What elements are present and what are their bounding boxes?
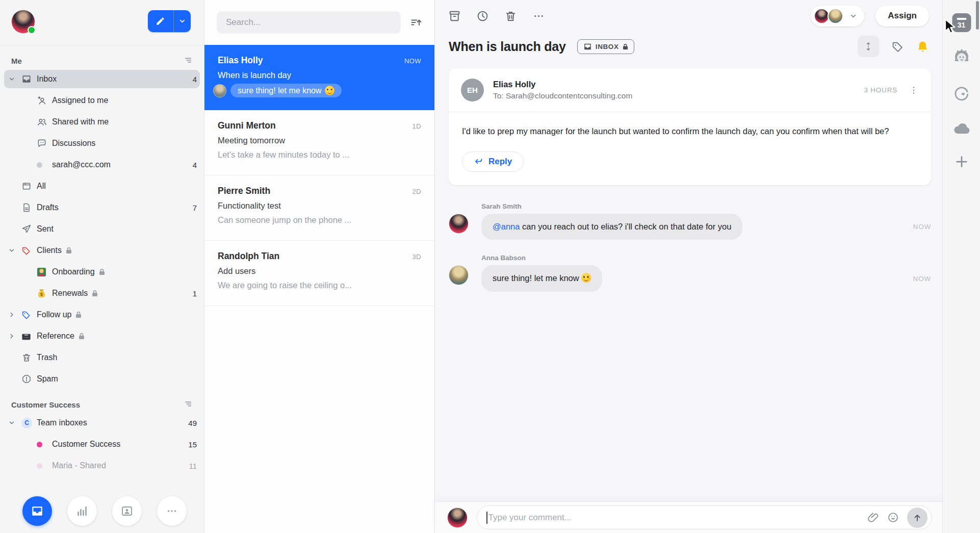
nav-contacts-button[interactable] — [112, 496, 142, 526]
integration-loop-icon[interactable] — [952, 84, 971, 102]
sidebar-item-label: Onboarding — [52, 267, 95, 276]
sidebar-item-team-inboxes[interactable]: C Team inboxes 49 — [0, 412, 204, 434]
filter-icon[interactable] — [184, 399, 193, 410]
reply-button[interactable]: Reply — [462, 151, 524, 172]
trash-icon[interactable] — [504, 10, 517, 22]
comment-avatar — [449, 214, 469, 234]
more-options-icon[interactable] — [532, 10, 545, 22]
scrollbar-thumb[interactable] — [976, 1, 979, 30]
sidebar-item-inbox[interactable]: Inbox 4 — [0, 68, 204, 90]
sidebar-item-sarah-channel[interactable]: sarah@ccc.com 4 — [0, 154, 204, 175]
nav-more-button[interactable] — [157, 496, 187, 526]
sidebar-item-renewals[interactable]: $ Renewals 1 — [0, 283, 204, 304]
conversation-time: 1D — [412, 122, 421, 130]
sidebar-item-spam[interactable]: Spam — [0, 368, 204, 390]
message-header: EH Elias Holly To: Sarah@cloudcontentcon… — [449, 68, 931, 112]
lock-icon — [623, 43, 628, 50]
sidebar-item-label: Shared with me — [52, 117, 109, 126]
nav-inbox-button[interactable] — [22, 496, 52, 526]
channel-dot-icon — [37, 463, 52, 469]
unread-count: 49 — [184, 419, 197, 427]
sidebar-item-all[interactable]: All — [0, 175, 204, 197]
user-avatar[interactable] — [11, 10, 35, 34]
chevron-right-icon[interactable] — [8, 311, 21, 318]
paper-plane-icon — [21, 224, 37, 234]
persona-avatar-icon[interactable] — [950, 46, 973, 68]
sidebar-item-maria-shared[interactable]: Maria - Shared 11 — [0, 455, 204, 476]
sidebar-item-label: Sent — [37, 224, 54, 234]
attachment-paperclip-icon[interactable] — [867, 512, 879, 523]
sidebar-item-label: Inbox — [37, 74, 57, 84]
sidebar-item-clients[interactable]: Clients — [0, 240, 204, 261]
conversation-snippet: We are going to raise the ceiling o... — [218, 281, 421, 290]
conversation-list-item[interactable]: Gunni Merton 1D Meeting tomorrow Let's t… — [204, 110, 434, 175]
assign-button[interactable]: Assign — [875, 6, 929, 27]
mention-link[interactable]: @anna — [493, 222, 520, 231]
sidebar-item-label: Customer Success — [52, 440, 120, 449]
chevron-down-icon[interactable] — [8, 247, 21, 254]
conversation-list-item[interactable]: Elias Holly NOW When is launch day sure … — [204, 45, 434, 110]
compose-dropdown-chevron-icon[interactable] — [173, 10, 191, 32]
comment-time: NOW — [907, 223, 931, 231]
filter-icon[interactable] — [184, 56, 193, 66]
chevron-right-icon[interactable] — [8, 333, 21, 340]
comment-input[interactable] — [488, 506, 868, 529]
section-header-customer-success: Customer Success — [0, 397, 204, 412]
chevron-down-icon[interactable] — [8, 75, 21, 83]
sidebar-item-assigned-to-me[interactable]: Assigned to me — [0, 90, 204, 111]
sort-icon[interactable] — [410, 16, 422, 29]
unread-count: 7 — [189, 204, 197, 212]
comment-author: Anna Babson — [481, 254, 931, 262]
message-body: I'd like to prep my manager for the laun… — [462, 124, 911, 138]
snooze-clock-icon[interactable] — [476, 10, 489, 22]
channel-dot-icon — [37, 442, 52, 447]
comment-text: can you reach out to elias? i'll check o… — [520, 222, 731, 231]
inbox-badge[interactable]: INBOX — [577, 39, 634, 54]
archive-icon[interactable] — [448, 10, 461, 22]
sidebar-item-onboarding[interactable]: Onboarding — [0, 261, 204, 283]
calendar-icon[interactable]: 31 — [952, 13, 971, 32]
assignee-selector[interactable] — [811, 6, 864, 27]
nav-analytics-button[interactable] — [67, 496, 97, 526]
compose-button[interactable] — [148, 10, 191, 32]
message-kebab-menu-icon[interactable] — [909, 85, 919, 95]
sidebar-item-trash[interactable]: Trash — [0, 347, 204, 368]
sidebar-item-follow-up[interactable]: Follow up — [0, 304, 204, 325]
cloud-icon[interactable] — [951, 118, 972, 139]
pencil-icon[interactable] — [148, 10, 173, 32]
sidebar-item-discussions[interactable]: Discussions — [0, 133, 204, 154]
chevron-down-icon[interactable] — [8, 419, 21, 426]
conversation-list-item[interactable]: Pierre Smith 2D Functionality test Can s… — [204, 175, 434, 241]
lock-icon — [66, 247, 72, 254]
sidebar-item-sent[interactable]: Sent — [0, 218, 204, 240]
comment-author: Sarah Smith — [481, 202, 931, 210]
reply-label: Reply — [488, 157, 512, 167]
comment-time: NOW — [907, 275, 931, 283]
arrow-up-icon — [912, 513, 922, 523]
tag-icon[interactable] — [891, 40, 904, 53]
sidebar-item-label: Team inboxes — [37, 418, 87, 427]
sidebar-item-label: Clients — [37, 246, 62, 255]
add-plugin-plus-icon[interactable] — [954, 154, 969, 169]
smiley-emoji — [325, 86, 334, 95]
notification-bell-icon[interactable] — [916, 40, 929, 53]
sidebar-item-shared-with-me[interactable]: Shared with me — [0, 111, 204, 133]
sidebar-item-reference[interactable]: Reference — [0, 325, 204, 347]
comment-composer — [435, 501, 942, 533]
sidebar-item-customer-success-inbox[interactable]: Customer Success 15 — [0, 434, 204, 455]
sidebar-item-label: Trash — [37, 353, 57, 362]
comment-field[interactable] — [477, 505, 932, 529]
send-comment-button[interactable] — [907, 507, 927, 528]
conversation-list-item[interactable]: Randolph Tian 3D Add users We are going … — [204, 241, 434, 306]
search-input[interactable] — [217, 11, 401, 34]
lock-icon — [79, 333, 85, 340]
snippet-text: sure thing! let me know — [238, 86, 322, 95]
left-sidebar: Me Inbox 4 Assigned to me Shared with me… — [0, 0, 204, 533]
expand-collapse-icon[interactable] — [858, 36, 879, 57]
tag-red-icon — [21, 246, 37, 256]
comments-section: Sarah Smith @anna can you reach out to e… — [449, 202, 931, 292]
conversation-time: NOW — [404, 57, 421, 65]
emoji-picker-icon[interactable] — [887, 512, 899, 523]
conversation-time: 3D — [412, 253, 421, 261]
sidebar-item-drafts[interactable]: Drafts 7 — [0, 197, 204, 218]
